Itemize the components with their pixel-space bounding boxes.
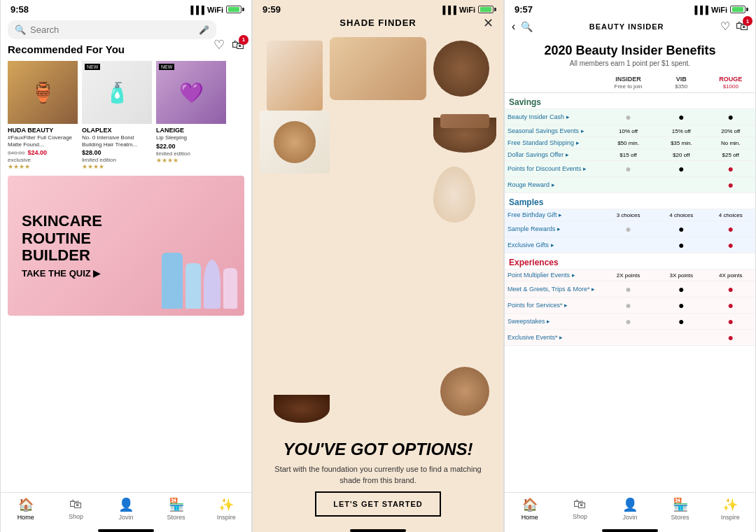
- benefit-name-services[interactable]: Points for Services* ▸: [505, 298, 600, 314]
- search-input[interactable]: [30, 24, 195, 35]
- row-sample-rewards: Sample Rewards ▸ ● ● ●: [505, 221, 755, 237]
- nav-jovin-label-3: Jovin: [622, 514, 637, 521]
- product-circle-1: [433, 41, 489, 97]
- skincare-banner[interactable]: SKINCARE ROUTINE BUILDER TAKE THE QUIZ ▶: [8, 176, 244, 316]
- benefit-name-dollar[interactable]: Dollar Savings Offer ▸: [505, 149, 600, 161]
- nav-stores-3[interactable]: 🏪 Stores: [655, 497, 706, 521]
- dollar-rouge: $25 off: [706, 149, 756, 161]
- product-image-laneige: NEW 💜: [156, 61, 226, 124]
- row-point-multiplier: Point Multiplier Events ▸ 2X points 3X p…: [505, 270, 755, 281]
- search-bar[interactable]: 🔍 🎤: [8, 20, 216, 39]
- time-3: 9:57: [514, 4, 533, 15]
- price-only-olaplex: $28.00: [82, 149, 102, 156]
- product-icon-olaplex: 🧴: [105, 81, 130, 104]
- back-icon[interactable]: ‹: [512, 20, 515, 33]
- dollar-vib: $20 off: [657, 149, 706, 161]
- status-bar-2: 9:59 ▐▐▐ WiFi: [253, 0, 503, 18]
- nav-inspire-1[interactable]: ✨ Inspire: [201, 497, 251, 521]
- benefit-name-sweepstakes[interactable]: Sweepstakes ▸: [505, 314, 600, 330]
- nav-stores-label-1: Stores: [167, 514, 186, 521]
- banner-line1: SKINCARE: [22, 213, 102, 230]
- benefit-name-seasonal[interactable]: Seasonal Savings Events ▸: [505, 125, 600, 137]
- seasonal-insider: 10% off: [600, 125, 657, 137]
- bottom-nav-3: 🏠 Home 🛍 Shop 👤 Jovin 🏪 Stores ✨ Inspire: [505, 492, 755, 528]
- dark-bowl: [274, 395, 330, 423]
- banner-cta[interactable]: TAKE THE QUIZ ▶: [22, 268, 100, 279]
- sample-rewards-vib: ●: [657, 221, 706, 237]
- time-2: 9:59: [262, 4, 281, 15]
- benefit-name-exclusive-gifts[interactable]: Exclusive Gifts ▸: [505, 237, 600, 253]
- nav-shop-label-3: Shop: [573, 513, 587, 520]
- jovin-icon-3: 👤: [622, 497, 638, 512]
- nav-jovin-label-1: Jovin: [118, 514, 133, 521]
- home-bar-2: [350, 529, 406, 532]
- product-card-laneige[interactable]: NEW 💜 LANEIGE Lip Sleeping $22.00 limite…: [156, 61, 226, 170]
- benefit-name-exclusive-events[interactable]: Exclusive Events* ▸: [505, 330, 600, 346]
- heart-icon-3[interactable]: ♡: [720, 20, 730, 33]
- product-icon-laneige: 💜: [179, 81, 204, 104]
- status-icons-3: ▐▐▐ WiFi: [692, 6, 746, 14]
- sweepstakes-vib: ●: [657, 314, 706, 330]
- benefit-name-discount[interactable]: Points for Discount Events ▸: [505, 161, 600, 177]
- rouge-reward-insider: [600, 177, 657, 193]
- inspire-icon-3: ✨: [722, 497, 738, 512]
- row-discount-events: Points for Discount Events ▸ ● ● ●: [505, 161, 755, 177]
- sweepstakes-rouge: ●: [706, 314, 756, 330]
- product-card-huda[interactable]: 🏺 HUDA BEAUTY #FauxFilter Full Coverage …: [8, 61, 78, 170]
- close-button[interactable]: ✕: [483, 15, 493, 31]
- stores-icon-3: 🏪: [673, 497, 688, 512]
- shade-headline: YOU'VE GOT OPTIONS!: [283, 440, 472, 458]
- nav-shop-1[interactable]: 🛍 Shop: [51, 497, 102, 521]
- home-icon-3: 🏠: [522, 497, 538, 512]
- benefit-name-multiplier[interactable]: Point Multiplier Events ▸: [505, 270, 600, 281]
- services-rouge: ●: [706, 298, 756, 314]
- search-icon-3[interactable]: 🔍: [521, 21, 533, 32]
- experiences-section-header: Experiences: [505, 253, 755, 270]
- bottom-nav-1: 🏠 Home 🛍 Shop 👤 Jovin 🏪 Stores ✨ Inspire: [1, 492, 251, 528]
- nav-home-3[interactable]: 🏠 Home: [505, 497, 555, 521]
- back-search-icons: ‹ 🔍: [512, 20, 533, 33]
- battery-icon-2: [478, 6, 493, 13]
- shade-finder-body: YOU'VE GOT OPTIONS! Start with the found…: [253, 34, 503, 528]
- new-badge-laneige: NEW: [159, 64, 174, 70]
- nav-home-label-3: Home: [522, 514, 538, 521]
- dollar-insider: $15 off: [600, 149, 657, 161]
- nav-shop-3[interactable]: 🛍 Shop: [555, 497, 606, 521]
- shade-finder-title: SHADE FINDER: [340, 18, 416, 28]
- rouge-reward-vib: [657, 177, 706, 193]
- benefit-name-shipping[interactable]: Free Standard Shipping ▸: [505, 137, 600, 149]
- cart-button[interactable]: 🛍 1: [232, 38, 244, 52]
- benefit-name-sample-rewards[interactable]: Sample Rewards ▸: [505, 221, 600, 237]
- tag-olaplex: limited edition: [82, 157, 152, 163]
- bowl-rim: [440, 114, 489, 128]
- right-icons-3: ♡ 🛍 1: [720, 19, 748, 34]
- lets-get-started-button[interactable]: LET'S GET STARTED: [315, 491, 441, 517]
- benefit-name-birthday[interactable]: Free Birthday Gift ▸: [505, 209, 600, 221]
- desc-huda: #FauxFilter Full Coverage Matte Found...: [8, 134, 78, 148]
- benefits-scroll-area[interactable]: 2020 Beauty Insider Benefits All members…: [505, 38, 755, 492]
- exclusive-events-insider: [600, 330, 657, 346]
- banner-product-images: [162, 253, 237, 309]
- nav-jovin-1[interactable]: 👤 Jovin: [101, 497, 151, 521]
- sample-rewards-insider: ●: [600, 221, 657, 237]
- shop-icon-3: 🛍: [573, 497, 586, 512]
- col-header-rouge: ROUGE$1000: [706, 73, 756, 93]
- nav-stores-1[interactable]: 🏪 Stores: [151, 497, 202, 521]
- nav-home-1[interactable]: 🏠 Home: [1, 497, 51, 521]
- jovin-icon-1: 👤: [118, 497, 134, 512]
- product-card-olaplex[interactable]: NEW 🧴 OLAPLEX No. 0 Intensive Bond Build…: [82, 61, 152, 170]
- price-only-laneige: $22.00: [156, 143, 176, 150]
- cart-button-3[interactable]: 🛍 1: [736, 19, 748, 34]
- heart-icon[interactable]: ♡: [214, 37, 225, 52]
- nav-jovin-3[interactable]: 👤 Jovin: [605, 497, 655, 521]
- home-bar-3: [602, 529, 658, 532]
- benefit-name-rouge-reward[interactable]: Rouge Reward ▸: [505, 177, 600, 193]
- tag-huda: exclusive: [8, 157, 78, 163]
- discount-rouge: ●: [706, 161, 756, 177]
- benefit-name-bic[interactable]: Beauty Insider Cash ▸: [505, 109, 600, 125]
- multiplier-rouge: 4X points: [706, 270, 756, 281]
- brand-olaplex: OLAPLEX: [82, 127, 152, 134]
- wifi-icon-3: WiFi: [711, 6, 727, 14]
- nav-inspire-3[interactable]: ✨ Inspire: [705, 497, 755, 521]
- benefit-name-meetgreets[interactable]: Meet & Greets, Trips & More* ▸: [505, 281, 600, 298]
